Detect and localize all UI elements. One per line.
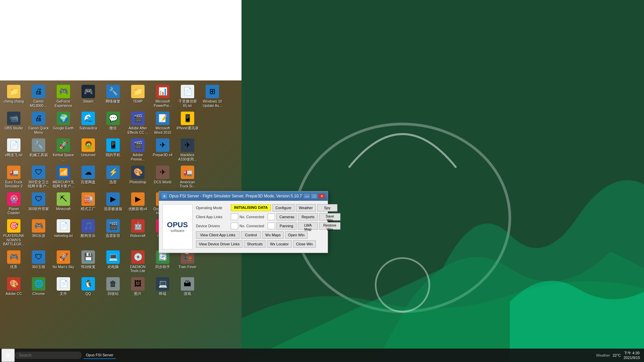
icon-windows-update[interactable]: ⊞ Windows 10 Update As... (200, 83, 224, 109)
icon-dcs-world[interactable]: ✈ DCS World (151, 164, 175, 190)
icon-canon-mg3000[interactable]: 🖨 Canon MG3000 ... (26, 83, 51, 109)
view-client-app-links-button[interactable]: View Client App Links (196, 231, 239, 239)
icon-machine-tools[interactable]: 🔧 机械工具箱 (26, 137, 51, 163)
client-app-links-field[interactable] (231, 214, 238, 220)
weather-button[interactable]: Weather (296, 204, 316, 212)
icon-360-game[interactable]: 🎮 360乐游 (26, 218, 51, 248)
icon-v-network[interactable]: 📄 v网连飞.txt (2, 137, 26, 163)
dialog-close-button[interactable]: ✕ (318, 193, 325, 199)
icon-adobe-ae[interactable]: 🎬 Adobe After Effects CC ... (126, 110, 150, 136)
icon-this-computer[interactable]: 💻 此电脑 (101, 249, 125, 275)
icon-prepar3d[interactable]: ✈ Prepar3D v4 (151, 137, 175, 163)
configure-button[interactable]: Configure (272, 204, 294, 212)
taskbar-opus-item[interactable]: Opus FSI Server (83, 352, 116, 359)
wx-locator-button[interactable]: Wx Locator (267, 240, 292, 248)
wechat-icon: 💬 (106, 112, 120, 125)
icon-blackbox[interactable]: ✈ blackbox A330使用... (175, 137, 200, 163)
my-phone-icon: 📱 (106, 138, 120, 152)
icon-kugou[interactable]: 🎵 酷狗音乐 (76, 218, 100, 248)
adobe-ae-icon: 🎬 (131, 112, 145, 125)
icon-nativelog[interactable]: 📄 nativelog.txt (51, 218, 75, 248)
qq-label: QQ (86, 292, 91, 296)
icon-baidu-netdisk[interactable]: ☁ 百度网盘 (76, 164, 100, 190)
icon-youku[interactable]: ▶ 迅雷极速版 (101, 191, 125, 217)
icon-xunlei[interactable]: ⚡ 迅雷 (101, 164, 125, 190)
no-connected-1-field[interactable] (268, 214, 275, 220)
icon-ms-word[interactable]: 📝 Microsoft Word 2010 (151, 110, 175, 136)
drive-recover-icon: 💾 (82, 250, 95, 264)
icon-drive-recover[interactable]: 💾 驾动恢复 (76, 249, 100, 275)
icon-chrome[interactable]: 🌐 Chrome (26, 276, 51, 297)
icon-adobe-premiere[interactable]: 🎬 Adobe Premie... (126, 137, 150, 163)
recycle-bin-icon: 🗑 (106, 277, 120, 291)
icon-wechat-qr[interactable]: 📄 千里微信密码.txt (175, 83, 200, 109)
youxi-icon: 🎮 (7, 250, 20, 264)
icon-wechat[interactable]: 💬 微信 (101, 110, 125, 136)
icon-mercury[interactable]: 📶 MERCURY无线网卡客户... (51, 164, 75, 190)
icon-american-truck[interactable]: 🚛 American Truck Si... (175, 164, 200, 190)
icon-row-7: 🎮 优系 🛡 360玉镜 🚀 No Man's Sky 💾 驾动恢复 💻 此电脑… (1, 249, 153, 275)
american-truck-icon: 🚛 (181, 166, 194, 179)
icon-360-security[interactable]: 🛡 360安全卫士线网卡客户... (26, 164, 51, 190)
icon-euro-truck[interactable]: 🚛 Euro Truck Simulator 2 (2, 164, 26, 190)
icon-youku-video[interactable]: ▶ 优酷影视v4 (126, 191, 150, 217)
icon-terminal[interactable]: 💻 终端 (151, 276, 175, 297)
icon-360-yuanjing[interactable]: 🛡 360玉镜 (26, 249, 51, 275)
icon-canon-quick-menu[interactable]: 🖨 Canon Quick Menu (26, 110, 51, 136)
icon-game-icon[interactable]: 🏔 游戏 (175, 276, 200, 297)
open-win-button[interactable]: Open Win (285, 231, 308, 239)
control-button[interactable]: Control (241, 231, 261, 239)
terminal-icon: 💻 (156, 277, 169, 291)
close-win-button[interactable]: Close Win (293, 240, 316, 248)
icon-recycle-bin[interactable]: 🗑 回收站 (101, 276, 125, 297)
text-file-icon: 📄 (57, 277, 70, 291)
icon-steam[interactable]: 🎮 Steam (76, 83, 100, 109)
icon-text-file[interactable]: 📄 文件 (51, 276, 75, 297)
icon-obs-studio[interactable]: 📹 OBS Studio (2, 110, 26, 136)
wx-maps-button[interactable]: Wx Maps (262, 231, 284, 239)
icon-robocraft[interactable]: 🤖 Robocraft (126, 218, 150, 248)
save-win-button[interactable]: Save Win (319, 213, 340, 221)
american-truck-label: American Truck Si... (176, 180, 199, 188)
device-drivers-field[interactable] (231, 223, 238, 229)
icon-360-software[interactable]: 🛡 360软件管家 (26, 191, 51, 217)
spy-button[interactable]: Spy (317, 204, 337, 212)
icon-my-phone[interactable]: 📱 我的手机 (101, 137, 125, 163)
icon-qq[interactable]: 🐧 QQ (76, 276, 100, 297)
icon-network-fix[interactable]: 🔧 网络修复 (101, 83, 125, 109)
prepar3d-icon: ✈ (156, 138, 169, 152)
restore-win-button[interactable]: Restore Win (319, 222, 340, 230)
icon-ms-powerpoint[interactable]: 📊 Microsoft PowerPoi... (151, 83, 175, 109)
icon-adobe-cc[interactable]: 🎨 Adobe CC (2, 276, 26, 297)
icon-no-mans-sky[interactable]: 🚀 No Man's Sky (51, 249, 75, 275)
icon-kerbal-space[interactable]: 🚀 Kerbal Space ... (51, 137, 75, 163)
icon-minecraft[interactable]: ⛏ Minecraft (51, 191, 75, 217)
cameras-button[interactable]: Cameras (276, 213, 297, 221)
icon-iphone-transfer[interactable]: 📱 iPhone通讯录 (175, 110, 200, 136)
icon-temp[interactable]: 📁 TEMP (126, 83, 150, 109)
icon-thunder-audio[interactable]: 🎬 迅雷影音 (101, 218, 125, 248)
icon-youxi[interactable]: 🎮 优系 (2, 249, 26, 275)
icon-geforce[interactable]: 🎮 GeForce Experience (51, 83, 75, 109)
reports-button[interactable]: Reports (298, 213, 318, 221)
icon-pubg[interactable]: 🎯 PLAYERUNKNOWN'S BATTLEGR... (2, 218, 26, 248)
dialog-body: OPUS software Operating Mode INITIALISIN… (159, 201, 328, 253)
dialog-minimize-button[interactable]: — (304, 193, 310, 199)
icon-photoshop[interactable]: 🎨 Photoshop (126, 164, 150, 190)
no-connected-2-field[interactable] (268, 223, 275, 229)
icon-daemon-tools[interactable]: 💿 DAEMON Tools Lite (126, 249, 150, 275)
icon-subnautica[interactable]: 🌊 Subnautica (76, 110, 100, 136)
icon-unknown-img[interactable]: 🖼 图片 (126, 276, 150, 297)
taskbar-search-input[interactable] (15, 352, 82, 359)
icon-google-earth[interactable]: 🌍 Google Earth (51, 110, 75, 136)
lwa-map-button[interactable]: LWA Map (298, 222, 318, 230)
icon-planet-coaster[interactable]: 🎡 Planet Coaster (2, 191, 26, 217)
icon-cheng-zhang[interactable]: 📁 cheng zhang (2, 83, 26, 109)
start-button[interactable]: ⊞ (1, 349, 15, 362)
view-device-driver-links-button[interactable]: View Device Driver Links (196, 240, 243, 248)
panning-button[interactable]: Panning (276, 222, 297, 230)
icon-unturned[interactable]: 🧟 Unturned (76, 137, 100, 163)
icon-jigong-factory[interactable]: 🏭 橙式工厂 (76, 191, 100, 217)
shortcuts-button[interactable]: Shortcuts (244, 240, 265, 248)
dialog-restore-button[interactable]: □ (311, 193, 318, 199)
